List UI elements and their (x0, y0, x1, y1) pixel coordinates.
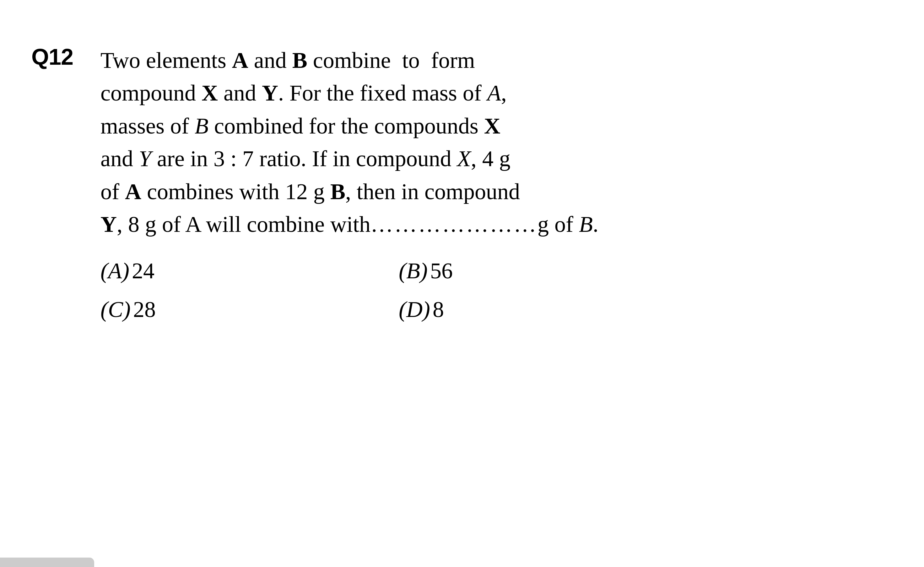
option-d-value: 8 (433, 296, 444, 323)
option-d-label: (D) (399, 296, 430, 323)
question-content: Two elements A and B combine to form com… (100, 44, 892, 323)
options-grid: (A) 24 (B) 56 (C) 28 (D) 8 (100, 258, 666, 323)
option-b-label: (B) (399, 258, 428, 284)
option-a[interactable]: (A) 24 (100, 258, 368, 284)
option-a-value: 24 (132, 258, 154, 284)
option-c-value: 28 (133, 296, 156, 323)
question-text: Two elements A and B combine to form com… (100, 44, 892, 241)
question-block: Q12 Two elements A and B combine to form… (32, 44, 892, 323)
option-a-label: (A) (100, 258, 129, 284)
question-number: Q12 (32, 44, 100, 70)
option-b-value: 56 (430, 258, 453, 284)
page: Q12 Two elements A and B combine to form… (0, 0, 924, 567)
option-c-label: (C) (100, 296, 130, 323)
option-d[interactable]: (D) 8 (399, 296, 666, 323)
bottom-bar (0, 558, 94, 567)
option-c[interactable]: (C) 28 (100, 296, 368, 323)
option-b[interactable]: (B) 56 (399, 258, 666, 284)
